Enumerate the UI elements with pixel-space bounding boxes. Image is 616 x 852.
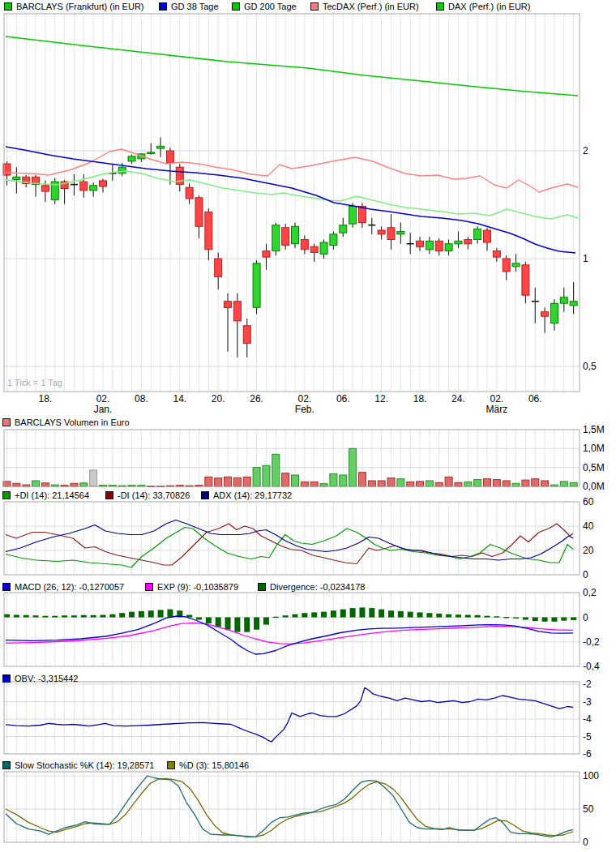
axis-tick-label: -0,4 <box>583 661 600 672</box>
candle-down <box>493 251 500 258</box>
candle-up <box>157 146 165 148</box>
candle-up <box>455 241 462 244</box>
volume-bar <box>493 480 500 486</box>
candle-up <box>320 242 327 254</box>
series-swatch <box>167 761 175 769</box>
volume-bar <box>41 483 49 486</box>
volume-bar <box>417 482 424 486</box>
candle-down <box>522 265 529 295</box>
legend-item-gd38: GD 38 Tage <box>159 2 219 11</box>
candle-down <box>464 240 472 244</box>
axis-tick-label: 0 <box>583 837 588 848</box>
volume-bar <box>215 478 222 486</box>
legend-item-obv: OBV: -3,315442 <box>2 674 78 683</box>
volume-bar <box>71 483 78 486</box>
axis-tick-label: 0,5 <box>583 361 597 372</box>
volume-bar <box>387 478 395 486</box>
axis-tick-label: -0,2 <box>583 636 600 648</box>
stock-chart-page: 210,51,5M1,0M0,5M0,0M60402000,20-0,2-0,4… <box>0 0 616 852</box>
legend-label: Divergence: -0,0234178 <box>270 582 365 592</box>
divergence-bar <box>436 614 442 618</box>
divergence-bar <box>408 612 413 618</box>
legend-label: GD 38 Tage <box>171 2 219 11</box>
axis-tick-label: 14. <box>173 393 186 405</box>
divergence-bar <box>513 618 519 619</box>
obv-panel-border <box>4 682 580 754</box>
candle-up <box>292 226 299 243</box>
candle-down <box>186 187 193 199</box>
candle-down <box>282 228 289 246</box>
volume-bar <box>13 483 20 486</box>
divergence-bar <box>551 618 557 622</box>
volume-bar <box>522 480 529 486</box>
price-panel <box>3 138 577 357</box>
divergence-bar <box>263 618 269 625</box>
legend-item-macd: MACD (26, 12): -0,1270057 <box>2 582 124 592</box>
volume-bar <box>560 482 567 486</box>
divergence-bar <box>503 617 509 618</box>
axis-tick-label: 06. <box>528 393 542 405</box>
divergence-bar <box>42 616 48 618</box>
divergence-bar <box>139 611 144 618</box>
macd-line <box>6 616 573 654</box>
candle-down <box>263 251 270 258</box>
divergence-bar <box>533 618 538 622</box>
grid <box>4 14 580 842</box>
volume-bar <box>310 482 318 486</box>
divergence-bar <box>446 614 451 618</box>
stoch-d-line <box>6 778 573 837</box>
series-swatch <box>436 2 444 11</box>
divergence-bar <box>350 608 356 617</box>
axis-tick-label: -3 <box>583 696 592 708</box>
exp-line <box>6 623 573 644</box>
divergence-bar <box>196 618 202 620</box>
stoch-panel-border <box>4 772 580 842</box>
volume-bar <box>397 479 404 486</box>
axis-tick-label: 02. <box>96 393 110 405</box>
dax-line <box>6 36 578 96</box>
legend-label: BARCLAYS (Frankfurt) (in EUR) <box>16 2 144 11</box>
divergence-bar <box>71 615 77 617</box>
axis-tick-label: 0,5M <box>583 462 605 473</box>
legend-item-plus-di: +DI (14): 21,14564 <box>2 490 89 500</box>
candle-up <box>13 177 20 179</box>
divergence-bar <box>379 610 384 618</box>
candle-down <box>387 228 395 240</box>
volume-bar <box>484 479 491 486</box>
candle-down <box>378 230 385 234</box>
divergence-bar <box>369 608 374 617</box>
volume-bar <box>407 482 414 486</box>
divergence-bar <box>359 607 365 617</box>
axis-tick-label: -4 <box>583 713 592 725</box>
candle-down <box>541 312 549 317</box>
divergence-bar <box>523 618 528 620</box>
dmi-panel-border <box>4 502 580 575</box>
legend-label: EXP (9): -0,1035879 <box>157 582 238 592</box>
legend-item-dax: DAX (Perf.) (in EUR) <box>436 2 530 11</box>
series-swatch <box>2 761 11 769</box>
series-swatch <box>4 2 12 11</box>
volume-bar <box>225 477 232 486</box>
candle-up <box>340 225 347 233</box>
series-swatch <box>201 491 209 499</box>
divergence-bars <box>4 607 576 632</box>
divergence-bar <box>91 615 96 618</box>
volume-bar <box>426 481 433 486</box>
divergence-bar <box>4 614 10 618</box>
axis-tick-label: -5 <box>583 731 592 743</box>
candle-up <box>550 303 558 323</box>
axis-tick-label: 18. <box>413 393 427 405</box>
candle-up <box>512 263 520 267</box>
axis-tick-label: 24. <box>451 393 465 405</box>
volume-bar <box>349 448 357 486</box>
series-swatch <box>2 583 11 591</box>
volume-bar <box>464 482 472 486</box>
legend-item-exp: EXP (9): -0,1035879 <box>145 582 238 592</box>
divergence-bar <box>33 615 39 617</box>
candle-up <box>90 186 97 191</box>
legend-label: %D (3): 15,80146 <box>179 760 249 770</box>
series-swatch <box>258 583 266 591</box>
axis-tick-label: 0,2 <box>583 587 597 598</box>
axis-tick-label: 100 <box>583 770 599 781</box>
divergence-bar <box>485 616 490 618</box>
